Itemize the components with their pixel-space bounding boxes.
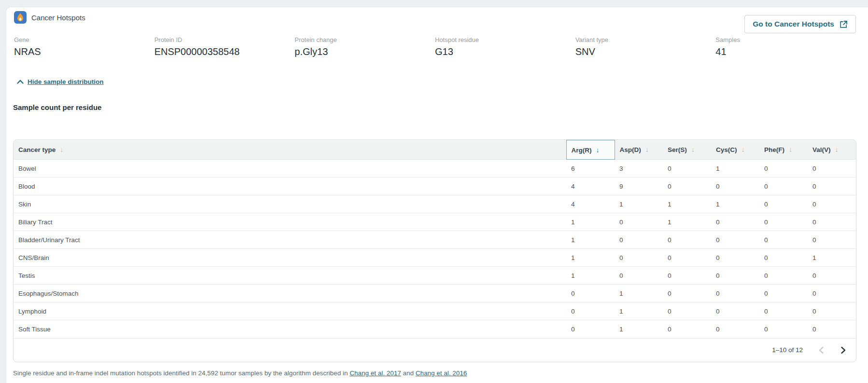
- table-row: Skin 4 1 1 1 0 0: [14, 195, 856, 213]
- sort-arrow-icon: ↓: [742, 146, 745, 153]
- column-header-asp-d[interactable]: Asp(D)↓: [615, 140, 663, 160]
- count-cell: 1: [566, 213, 615, 231]
- count-cell: 0: [759, 320, 808, 338]
- chang-2017-link[interactable]: Chang et al. 2017: [350, 369, 401, 377]
- cancer-type-cell: Soft Tissue: [14, 320, 566, 338]
- sort-arrow-icon: ↓: [60, 146, 63, 153]
- sort-arrow-icon: ↓: [691, 146, 695, 153]
- field-samples-value: 41: [715, 46, 856, 57]
- count-cell: 0: [759, 302, 808, 320]
- cys-c-header-label: Cys(C): [716, 146, 737, 153]
- count-cell: 0: [711, 249, 759, 267]
- field-protein-change-value: p.Gly13: [294, 46, 435, 57]
- hide-sample-distribution-label: Hide sample distribution: [28, 78, 104, 85]
- count-cell: 0: [663, 267, 711, 285]
- panel-header: Cancer Hotspots: [14, 10, 85, 25]
- chang-2016-link[interactable]: Chang et al. 2016: [416, 369, 467, 377]
- count-cell: 0: [615, 267, 663, 285]
- pagination-next-button[interactable]: [840, 345, 847, 355]
- cancer-type-cell: Skin: [14, 195, 566, 213]
- field-gene-label: Gene: [14, 36, 154, 43]
- citation-text-before: Single residue and in-frame indel mutati…: [13, 369, 350, 377]
- field-hotspot-residue-label: Hotspot residue: [435, 36, 575, 43]
- count-cell: 0: [615, 213, 663, 231]
- count-cell: 0: [808, 160, 856, 178]
- column-header-phe-f[interactable]: Phe(F)↓: [759, 140, 808, 160]
- count-cell: 0: [663, 160, 711, 178]
- count-cell: 0: [566, 285, 615, 302]
- val-v-header-label: Val(V): [812, 146, 831, 153]
- count-cell: 0: [808, 195, 856, 213]
- count-cell: 1: [663, 195, 711, 213]
- count-cell: 0: [808, 285, 856, 302]
- sample-count-table-container: Cancer type↓ Arg(R)↓ Asp(D)↓ Ser(S)↓ Cys…: [13, 139, 856, 362]
- count-cell: 1: [711, 160, 759, 178]
- chevron-up-icon: [17, 80, 24, 84]
- cancer-hotspots-flame-icon: [14, 11, 27, 24]
- count-cell: 0: [808, 178, 856, 195]
- column-header-ser-s[interactable]: Ser(S)↓: [663, 140, 711, 160]
- table-pagination: 1–10 of 12: [14, 338, 856, 362]
- cancer-type-header-label: Cancer type: [18, 146, 56, 153]
- sort-arrow-icon: ↓: [835, 146, 839, 153]
- count-cell: 0: [759, 195, 808, 213]
- count-cell: 0: [711, 285, 759, 302]
- count-cell: 3: [615, 160, 663, 178]
- field-protein-change-label: Protein change: [294, 36, 435, 43]
- count-cell: 1: [566, 267, 615, 285]
- count-cell: 0: [566, 320, 615, 338]
- count-cell: 0: [759, 249, 808, 267]
- sort-arrow-icon: ↓: [789, 146, 792, 153]
- count-cell: 1: [566, 249, 615, 267]
- table-row: Bladder/Urinary Tract 1 0 0 0 0 0: [14, 231, 856, 249]
- count-cell: 0: [808, 267, 856, 285]
- count-cell: 4: [566, 195, 615, 213]
- chevron-left-icon: [818, 346, 824, 354]
- count-cell: 0: [663, 302, 711, 320]
- field-samples: Samples 41: [715, 36, 856, 57]
- count-cell: 0: [615, 231, 663, 249]
- count-cell: 0: [711, 302, 759, 320]
- count-cell: 1: [615, 285, 663, 302]
- field-variant-type-value: SNV: [575, 46, 716, 57]
- column-header-cys-c[interactable]: Cys(C)↓: [711, 140, 759, 160]
- pagination-prev-button[interactable]: [817, 345, 825, 355]
- count-cell: 0: [711, 267, 759, 285]
- cancer-hotspots-panel: Cancer Hotspots Go to Cancer Hotspots Ge…: [6, 7, 868, 383]
- cancer-type-cell: Esophagus/Stomach: [14, 285, 566, 302]
- table-row: Esophagus/Stomach 0 1 0 0 0 0: [14, 285, 856, 302]
- field-variant-type: Variant type SNV: [575, 36, 716, 57]
- arg-r-header-label: Arg(R): [572, 147, 592, 154]
- table-row: Blood 4 9 0 0 0 0: [14, 178, 856, 195]
- hotspot-summary-fields: Gene NRAS Protein ID ENSP00000358548 Pro…: [14, 36, 856, 57]
- count-cell: 0: [615, 249, 663, 267]
- count-cell: 0: [711, 178, 759, 195]
- column-header-cancer-type[interactable]: Cancer type↓: [14, 140, 566, 160]
- sort-arrow-icon-active: ↓: [596, 146, 600, 154]
- hide-sample-distribution-toggle[interactable]: Hide sample distribution: [17, 78, 104, 85]
- count-cell: 0: [663, 249, 711, 267]
- count-cell: 0: [566, 302, 615, 320]
- count-cell: 0: [759, 267, 808, 285]
- table-body: Bowel 6 3 0 1 0 0 Blood 4 9 0 0 0 0 Skin…: [14, 160, 856, 338]
- go-to-cancer-hotspots-button[interactable]: Go to Cancer Hotspots: [744, 15, 856, 33]
- count-cell: 0: [808, 231, 856, 249]
- pagination-range-label: 1–10 of 12: [772, 346, 803, 354]
- count-cell: 1: [711, 195, 759, 213]
- cancer-type-cell: CNS/Brain: [14, 249, 566, 267]
- cancer-type-cell: Bladder/Urinary Tract: [14, 231, 566, 249]
- count-cell: 1: [808, 249, 856, 267]
- field-protein-id: Protein ID ENSP00000358548: [154, 36, 295, 57]
- count-cell: 0: [663, 320, 711, 338]
- asp-d-header-label: Asp(D): [620, 146, 641, 153]
- go-to-cancer-hotspots-label: Go to Cancer Hotspots: [753, 20, 834, 28]
- count-cell: 0: [711, 213, 759, 231]
- ser-s-header-label: Ser(S): [668, 146, 687, 153]
- cancer-type-cell: Biliary Tract: [14, 213, 566, 231]
- count-cell: 6: [566, 160, 615, 178]
- table-row: Lymphoid 0 1 0 0 0 0: [14, 302, 856, 320]
- sample-count-table: Cancer type↓ Arg(R)↓ Asp(D)↓ Ser(S)↓ Cys…: [14, 140, 856, 338]
- column-header-arg-r[interactable]: Arg(R)↓: [566, 140, 615, 160]
- external-link-icon: [840, 20, 848, 28]
- column-header-val-v[interactable]: Val(V)↓: [808, 140, 856, 160]
